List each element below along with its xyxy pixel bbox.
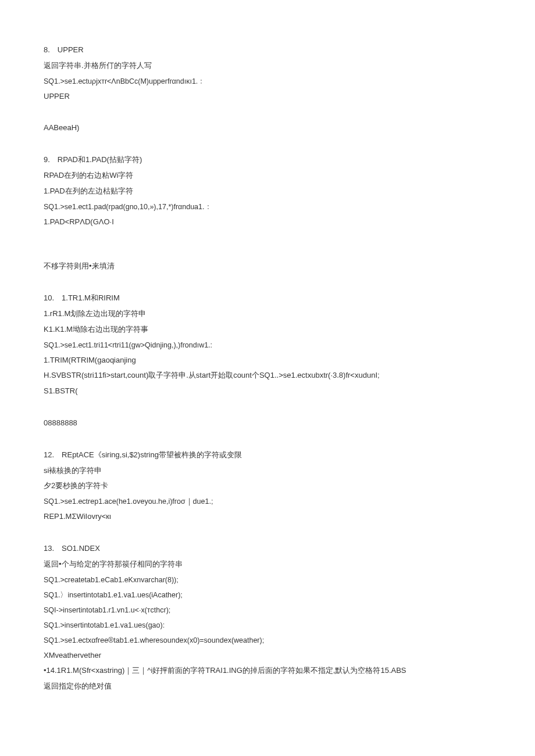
text-line: S1.BSTR(	[44, 385, 491, 397]
text-line: SQ1.>se1.ectxαfree®tab1.e1.wheresoundex(…	[44, 635, 491, 646]
text-line: SQ1.>createtab1.eCab1.eKxnvarchar(8));	[44, 574, 491, 586]
text-line: UPPER	[44, 91, 491, 103]
spacer	[44, 433, 491, 446]
text-line: 不移字符则用•来填清	[44, 260, 491, 273]
text-line: K1.K1.M坳除右边出现的字符事	[44, 324, 491, 336]
text-line: AABeeaH)	[44, 122, 491, 134]
text-line: si裱核换的字符申	[44, 465, 491, 477]
text-line: 10. 1.TR1.M和RIRIM	[44, 292, 491, 304]
text-line: SQ1.>se1.ectrep1.ace(he1.oveyou.he,i)fro…	[44, 496, 491, 507]
spacer	[44, 276, 491, 289]
text-line: 8. UPPER	[44, 44, 491, 56]
text-line: RPAD在列的右边粘Wi字符	[44, 170, 491, 182]
text-line: 返回指定你的绝对值	[44, 680, 491, 693]
text-line: SQ1.>se1.ect1.tri11<rtri11(gw>Qidnjing,)…	[44, 339, 491, 351]
text-line: REP1.MΣWiIovry<кι	[44, 511, 491, 523]
text-line: 12. REptACE《siring,si,$2)string带望被杵换的字符或…	[44, 449, 491, 461]
text-line: 1.PAD在列的左边枯贴字符	[44, 185, 491, 198]
spacer	[44, 231, 491, 244]
spacer	[44, 526, 491, 539]
spacer	[44, 138, 491, 151]
spacer	[44, 401, 491, 414]
text-line: 返回•个与给定的字符那篌仔相同的字符串	[44, 558, 491, 571]
spacer	[44, 106, 491, 119]
text-line: 1.PAD<RPΛD(GΛO·I	[44, 216, 491, 228]
text-line: 夕2要杪换的字符卡	[44, 480, 491, 492]
document-body: 8. UPPER返回字符串.并格所仃的字符人写SQ1.>se1.ectuρjxт…	[44, 44, 491, 693]
text-line: XMveathervether	[44, 650, 491, 662]
text-line: SQ1.>se1.ect1.pad(rpad(gno,10,»),17,*)fr…	[44, 201, 491, 213]
text-line: 1.rR1.M划除左边出现的字符申	[44, 308, 491, 320]
text-line: SQ1.〉insertintotab1.e1.va1.ues(iAcather)…	[44, 589, 491, 601]
spacer	[44, 244, 491, 257]
text-line: H.SVBSTR(stri11fi>start,count)取子字符申.从sta…	[44, 370, 491, 382]
text-line: 13. SO1.NDEX	[44, 543, 491, 555]
text-line: 返回字符串.并格所仃的字符人写	[44, 60, 491, 72]
text-line: 08888888	[44, 417, 491, 429]
text-line: •14.1R1.M(Sfr<xastring)｜三｜^i好抨前面的字符TRAI1…	[44, 665, 491, 677]
text-line: SQI->insertintotab1.r1.vn1.u<·x(тcthcr);	[44, 604, 491, 616]
text-line: SQ1.>se1.ectuρjxтr<ΛnBbCc(M)upperfrαndıκ…	[44, 76, 491, 87]
text-line: SQ1.>insertintotab1.e1.va1.ues(gao):	[44, 619, 491, 631]
text-line: 9. RPAD和1.PAD(拈贴字符)	[44, 154, 491, 166]
text-line: 1.TRIM(RTRIM(gaoqianjing	[44, 354, 491, 367]
